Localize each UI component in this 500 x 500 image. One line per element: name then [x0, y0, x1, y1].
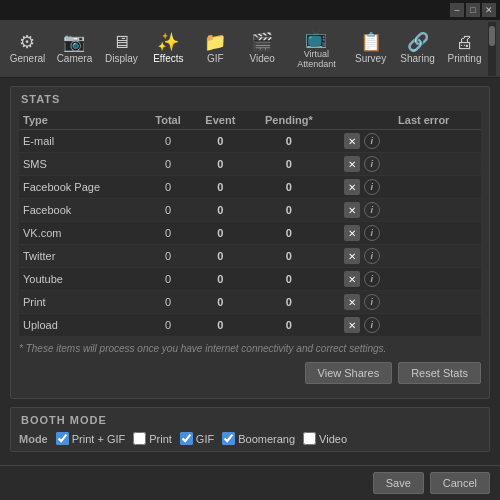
nav-item-gif[interactable]: 📁 GIF — [192, 22, 239, 76]
table-row: Upload 0 0 0 ✕ i — [19, 314, 481, 337]
cell-actions: ✕ i — [330, 291, 394, 314]
sharing-icon: 🔗 — [407, 33, 429, 51]
clear-row-button[interactable]: ✕ — [344, 317, 360, 333]
cell-pending: 0 — [248, 176, 330, 199]
nav-item-general[interactable]: ⚙ General — [4, 22, 51, 76]
nav-item-printing[interactable]: 🖨 Printing — [441, 22, 488, 76]
info-row-button[interactable]: i — [364, 133, 380, 149]
cell-actions: ✕ i — [330, 268, 394, 291]
nav-item-video[interactable]: 🎬 Video — [239, 22, 286, 76]
checkbox-boomerang-label: Boomerang — [238, 433, 295, 445]
cell-type: VK.com — [19, 222, 144, 245]
cell-event: 0 — [193, 130, 249, 153]
cell-event: 0 — [193, 268, 249, 291]
nav-item-effects[interactable]: ✨ Effects — [145, 22, 192, 76]
minimize-button[interactable]: – — [450, 3, 464, 17]
cell-total: 0 — [144, 199, 193, 222]
info-row-button[interactable]: i — [364, 202, 380, 218]
info-row-button[interactable]: i — [364, 179, 380, 195]
info-row-button[interactable]: i — [364, 248, 380, 264]
cell-last-error — [394, 176, 481, 199]
col-last-error: Last error — [394, 111, 481, 130]
col-total: Total — [144, 111, 193, 130]
camera-icon: 📷 — [63, 33, 85, 51]
mode-label: Mode — [19, 433, 48, 445]
mode-row: Mode Print + GIF Print GIF Boomerang Vid… — [19, 432, 481, 445]
cell-type: Facebook Page — [19, 176, 144, 199]
printing-icon: 🖨 — [456, 33, 474, 51]
cell-event: 0 — [193, 291, 249, 314]
navbar-scrollbar[interactable] — [488, 22, 496, 76]
save-button[interactable]: Save — [373, 472, 424, 494]
cell-event: 0 — [193, 314, 249, 337]
cell-pending: 0 — [248, 153, 330, 176]
stats-action-buttons: View Shares Reset Stats — [19, 362, 481, 384]
nav-item-sharing[interactable]: 🔗 Sharing — [394, 22, 441, 76]
checkbox-video-label: Video — [319, 433, 347, 445]
cell-last-error — [394, 199, 481, 222]
cell-total: 0 — [144, 291, 193, 314]
cell-last-error — [394, 153, 481, 176]
cell-type: Print — [19, 291, 144, 314]
clear-row-button[interactable]: ✕ — [344, 202, 360, 218]
cell-pending: 0 — [248, 291, 330, 314]
checkbox-print-gif-input[interactable] — [56, 432, 69, 445]
col-pending: Pending* — [248, 111, 330, 130]
booth-mode-section: BOOTH MODE Mode Print + GIF Print GIF Bo… — [10, 407, 490, 452]
maximize-button[interactable]: □ — [466, 3, 480, 17]
table-row: SMS 0 0 0 ✕ i — [19, 153, 481, 176]
checkbox-print-label: Print — [149, 433, 172, 445]
stats-footer-note: * These items will process once you have… — [19, 343, 481, 354]
survey-icon: 📋 — [360, 33, 382, 51]
cell-event: 0 — [193, 245, 249, 268]
clear-row-button[interactable]: ✕ — [344, 156, 360, 172]
table-row: Youtube 0 0 0 ✕ i — [19, 268, 481, 291]
nav-label-survey: Survey — [355, 53, 386, 64]
checkbox-print-input[interactable] — [133, 432, 146, 445]
checkbox-print-gif-label: Print + GIF — [72, 433, 126, 445]
clear-row-button[interactable]: ✕ — [344, 248, 360, 264]
checkbox-gif[interactable]: GIF — [180, 432, 214, 445]
col-actions — [330, 111, 394, 130]
cell-event: 0 — [193, 153, 249, 176]
titlebar: – □ ✕ — [0, 0, 500, 20]
display-icon: 🖥 — [112, 33, 130, 51]
nav-item-display[interactable]: 🖥 Display — [98, 22, 145, 76]
table-row: E-mail 0 0 0 ✕ i — [19, 130, 481, 153]
close-button[interactable]: ✕ — [482, 3, 496, 17]
stats-section-title: STATS — [19, 93, 481, 105]
nav-label-sharing: Sharing — [400, 53, 434, 64]
info-row-button[interactable]: i — [364, 317, 380, 333]
reset-stats-button[interactable]: Reset Stats — [398, 362, 481, 384]
info-row-button[interactable]: i — [364, 225, 380, 241]
table-row: Facebook Page 0 0 0 ✕ i — [19, 176, 481, 199]
checkbox-print[interactable]: Print — [133, 432, 172, 445]
checkbox-print-gif[interactable]: Print + GIF — [56, 432, 126, 445]
checkbox-boomerang[interactable]: Boomerang — [222, 432, 295, 445]
clear-row-button[interactable]: ✕ — [344, 225, 360, 241]
cell-total: 0 — [144, 153, 193, 176]
clear-row-button[interactable]: ✕ — [344, 133, 360, 149]
clear-row-button[interactable]: ✕ — [344, 271, 360, 287]
cell-actions: ✕ i — [330, 199, 394, 222]
cell-last-error — [394, 291, 481, 314]
info-row-button[interactable]: i — [364, 271, 380, 287]
nav-item-camera[interactable]: 📷 Camera — [51, 22, 98, 76]
nav-item-virtual-attendant[interactable]: 📺 Virtual Attendant — [286, 22, 347, 76]
nav-label-virtual-attendant: Virtual Attendant — [286, 49, 347, 69]
info-row-button[interactable]: i — [364, 156, 380, 172]
clear-row-button[interactable]: ✕ — [344, 294, 360, 310]
view-shares-button[interactable]: View Shares — [305, 362, 393, 384]
nav-label-video: Video — [250, 53, 275, 64]
col-event: Event — [193, 111, 249, 130]
nav-item-survey[interactable]: 📋 Survey — [347, 22, 394, 76]
clear-row-button[interactable]: ✕ — [344, 179, 360, 195]
checkbox-video[interactable]: Video — [303, 432, 347, 445]
checkbox-boomerang-input[interactable] — [222, 432, 235, 445]
checkbox-video-input[interactable] — [303, 432, 316, 445]
cancel-button[interactable]: Cancel — [430, 472, 490, 494]
checkbox-gif-input[interactable] — [180, 432, 193, 445]
cell-total: 0 — [144, 176, 193, 199]
info-row-button[interactable]: i — [364, 294, 380, 310]
cell-type: Upload — [19, 314, 144, 337]
